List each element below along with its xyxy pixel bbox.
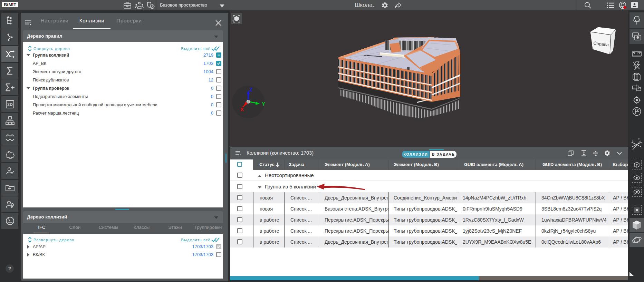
svg-text:2D: 2D xyxy=(7,102,13,107)
svg-text:2: 2 xyxy=(638,138,640,141)
svg-text:Z: Z xyxy=(249,87,252,93)
svg-text:X: X xyxy=(240,106,244,112)
svg-text:Y: Y xyxy=(262,101,265,107)
svg-text:1: 1 xyxy=(632,139,634,142)
